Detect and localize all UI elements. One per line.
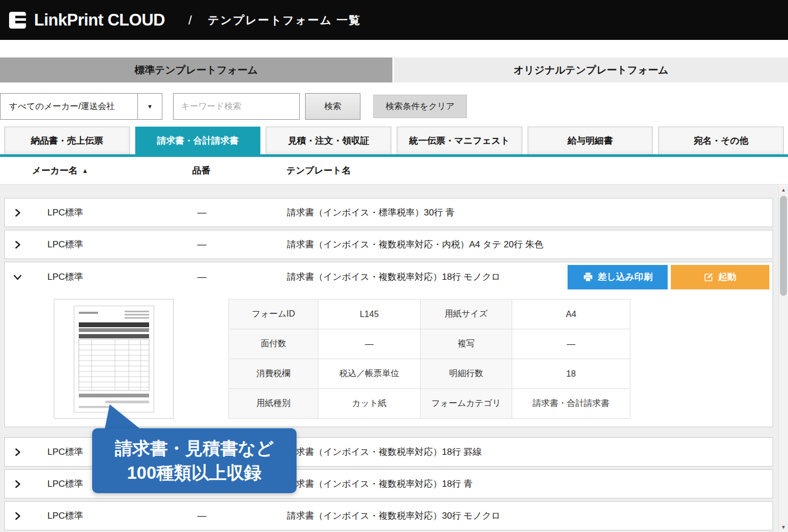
row-template-name: 請求書（インボイス・複数税率対応・内税）A4 タテ 20行 朱色 bbox=[287, 238, 544, 251]
imposition-label: 面付数 bbox=[229, 329, 318, 359]
tab-delivery-slip[interactable]: 納品書・売上伝票 bbox=[4, 127, 130, 154]
breadcrumb-separator: / bbox=[188, 13, 192, 28]
column-header-maker[interactable]: メーカー名 ▲ bbox=[0, 164, 169, 177]
scroll-down-icon[interactable]: ▼ bbox=[779, 522, 788, 532]
paper-type-label: 用紙種別 bbox=[229, 389, 318, 419]
clear-search-button[interactable]: 検索条件をクリア bbox=[373, 95, 467, 118]
chevron-down-icon[interactable] bbox=[12, 272, 23, 282]
merge-print-button[interactable]: 差し込み印刷 bbox=[568, 265, 668, 289]
row-part-number: — bbox=[170, 207, 234, 218]
logo-icon bbox=[9, 10, 29, 30]
detail-row: 用紙種別 カット紙 フォームカテゴリ 請求書・合計請求書 bbox=[229, 389, 630, 419]
keyword-search-input[interactable] bbox=[173, 93, 300, 120]
list-header: メーカー名 ▲ 品番 テンプレート名 bbox=[0, 157, 788, 185]
page-title: テンプレートフォーム 一覧 bbox=[208, 13, 361, 28]
app-logo[interactable]: LinkPrint CLOUD bbox=[9, 10, 165, 30]
template-row[interactable]: LPC標準 — 請求書（インボイス・複数税率対応・内税）A4 タテ 20行 朱色 bbox=[4, 230, 773, 259]
tab-unified-slip-manifest[interactable]: 統一伝票・マニフェスト bbox=[397, 127, 522, 154]
paper-type-value: カット紙 bbox=[318, 389, 421, 419]
callout-pointer bbox=[96, 403, 149, 431]
tax-column-label: 消費税欄 bbox=[229, 359, 318, 389]
tab-invoice[interactable]: 請求書・合計請求書 bbox=[135, 127, 261, 154]
sort-ascending-icon[interactable]: ▲ bbox=[82, 167, 88, 174]
row-template-name: 請求書（インボイス・標準税率）30行 青 bbox=[287, 206, 455, 219]
tab-payslip[interactable]: 給与明細書 bbox=[528, 127, 653, 154]
scroll-up-icon[interactable]: ▲ bbox=[779, 185, 788, 195]
paper-size-value: A4 bbox=[512, 300, 630, 329]
column-header-template-name: テンプレート名 bbox=[286, 164, 351, 177]
row-part-number: — bbox=[170, 239, 234, 250]
tab-estimate-order-receipt[interactable]: 見積・注文・領収証 bbox=[266, 127, 391, 154]
promo-callout: 請求書・見積書など 100種類以上収録 bbox=[92, 428, 297, 493]
row-template-name: 請求書（インボイス・複数税率対応）18行 モノクロ bbox=[287, 271, 500, 283]
expanded-row-header[interactable]: LPC標準 — 請求書（インボイス・複数税率対応）18行 モノクロ 差し込み印刷 bbox=[5, 262, 773, 292]
invoice-preview-image bbox=[73, 305, 154, 413]
template-row[interactable]: LPC標準 — 請求書（インボイス・標準税率）30行 青 bbox=[4, 198, 773, 227]
form-category-link[interactable]: 請求書・合計請求書 bbox=[512, 389, 630, 419]
row-template-name: 請求書（インボイス・複数税率対応）18行 罫線 bbox=[287, 446, 482, 458]
template-preview-thumbnail bbox=[54, 299, 174, 419]
row-maker: LPC標準 bbox=[47, 510, 170, 522]
row-part-number: — bbox=[170, 272, 234, 282]
chevron-right-icon[interactable] bbox=[12, 207, 23, 218]
search-bar: すべてのメーカー/運送会社 ▼ 検索 検索条件をクリア bbox=[0, 93, 788, 120]
search-button[interactable]: 検索 bbox=[305, 93, 360, 120]
detail-row: フォームID L145 用紙サイズ A4 bbox=[229, 300, 630, 329]
tab-standard-template[interactable]: 標準テンプレートフォーム bbox=[0, 57, 392, 82]
template-row[interactable]: LPC標準 — 請求書（インボイス・複数税率対応）30行 モノクロ bbox=[4, 501, 773, 530]
detail-lines-label: 明細行数 bbox=[421, 359, 512, 389]
merge-print-label: 差し込み印刷 bbox=[598, 271, 653, 283]
tab-address-other[interactable]: 宛名・その他 bbox=[658, 127, 784, 154]
logo-text: LinkPrint CLOUD bbox=[34, 11, 165, 30]
paper-size-label: 用紙サイズ bbox=[421, 300, 512, 329]
template-detail-table: フォームID L145 用紙サイズ A4 面付数 — 複写 — 消費税欄 税込／… bbox=[228, 299, 630, 419]
chevron-right-icon[interactable] bbox=[12, 447, 23, 458]
dropdown-arrow-icon[interactable]: ▼ bbox=[137, 94, 162, 119]
printer-icon bbox=[583, 272, 593, 282]
row-template-name: 請求書（インボイス・複数税率対応）30行 モノクロ bbox=[287, 510, 500, 522]
row-maker: LPC標準 bbox=[47, 238, 170, 251]
top-bar: LinkPrint CLOUD / テンプレートフォーム 一覧 bbox=[0, 0, 788, 40]
tax-column-value: 税込／帳票単位 bbox=[318, 359, 421, 389]
chevron-right-icon[interactable] bbox=[12, 511, 23, 521]
maker-filter-select[interactable]: すべてのメーカー/運送会社 ▼ bbox=[0, 93, 162, 120]
form-id-value: L145 bbox=[318, 300, 421, 329]
template-row-expanded: LPC標準 — 請求書（インボイス・複数税率対応）18行 モノクロ 差し込み印刷 bbox=[4, 262, 773, 427]
scrollbar-thumb[interactable] bbox=[780, 196, 787, 296]
callout-line2: 100種類以上収録 bbox=[127, 461, 261, 485]
detail-lines-value: 18 bbox=[512, 359, 630, 389]
row-maker: LPC標準 bbox=[47, 271, 170, 283]
row-maker: LPC標準 bbox=[47, 206, 170, 219]
vertical-scrollbar[interactable]: ▲ ▼ bbox=[778, 185, 788, 532]
column-header-part-number: 品番 bbox=[169, 164, 233, 177]
row-part-number: — bbox=[170, 511, 234, 521]
row-actions: 差し込み印刷 起動 bbox=[568, 265, 769, 289]
detail-row: 面付数 — 複写 — bbox=[229, 329, 630, 359]
tab-original-template[interactable]: オリジナルテンプレートフォーム bbox=[394, 57, 788, 82]
chevron-right-icon[interactable] bbox=[12, 239, 23, 250]
copy-label: 複写 bbox=[421, 329, 512, 359]
chevron-right-icon[interactable] bbox=[12, 479, 23, 489]
launch-button[interactable]: 起動 bbox=[671, 265, 769, 289]
launch-label: 起動 bbox=[718, 271, 736, 283]
detail-row: 消費税欄 税込／帳票単位 明細行数 18 bbox=[229, 359, 630, 389]
callout-line1: 請求書・見積書など bbox=[115, 436, 274, 461]
maker-filter-value: すべてのメーカー/運送会社 bbox=[1, 101, 137, 112]
launch-icon bbox=[704, 272, 713, 282]
linkprint-cloud-app: LinkPrint CLOUD / テンプレートフォーム 一覧 標準テンプレート… bbox=[0, 0, 788, 532]
imposition-value: — bbox=[318, 329, 421, 359]
form-id-label: フォームID bbox=[229, 300, 318, 329]
row-template-name: 請求書（インボイス・複数税率対応）18行 青 bbox=[287, 478, 473, 490]
category-tabs: 納品書・売上伝票 請求書・合計請求書 見積・注文・領収証 統一伝票・マニフェスト… bbox=[0, 127, 788, 154]
copy-value: — bbox=[512, 329, 630, 359]
form-category-label: フォームカテゴリ bbox=[421, 389, 512, 419]
template-type-tabs: 標準テンプレートフォーム オリジナルテンプレートフォーム bbox=[0, 57, 788, 82]
column-header-maker-label: メーカー名 bbox=[32, 164, 78, 177]
